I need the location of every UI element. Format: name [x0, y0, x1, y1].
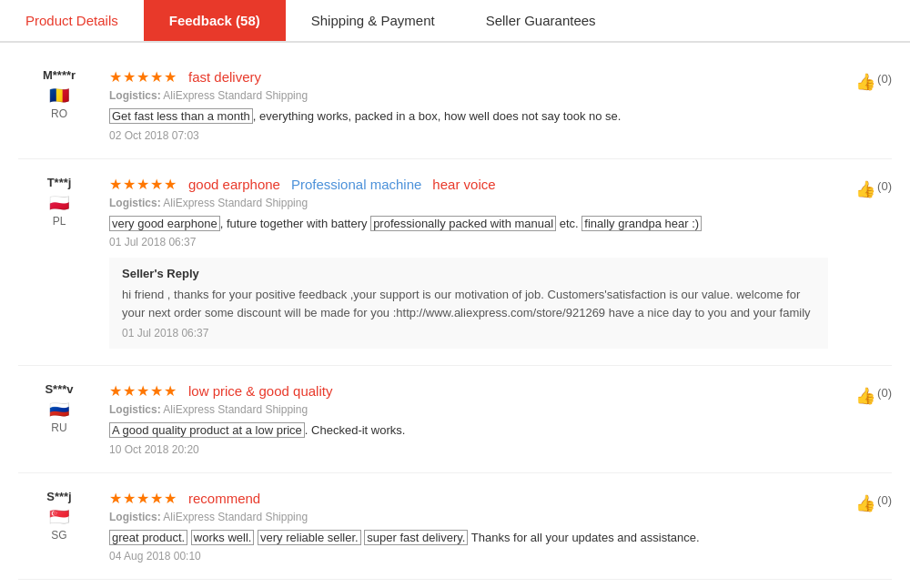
- like-count: (0): [877, 179, 892, 193]
- review-item: T***j 🇵🇱 PL ★★★★★good earphoneProfession…: [18, 159, 892, 367]
- reviewer-flag: 🇵🇱: [49, 193, 69, 213]
- star-rating: ★★★★★: [109, 490, 177, 507]
- logistics-info: Logistics: AliExpress Standard Shipping: [109, 197, 828, 209]
- seller-reply-text: hi friend , thanks for your positive fee…: [122, 286, 815, 321]
- seller-reply-date: 01 Jul 2018 06:37: [122, 327, 815, 340]
- review-content: ★★★★★fast deliveryLogistics: AliExpress …: [109, 68, 828, 142]
- reviewer-name: S***v: [18, 382, 100, 396]
- review-date: 04 Aug 2018 00:10: [109, 550, 828, 563]
- like-button[interactable]: 👍(0): [837, 68, 892, 142]
- highlighted-phrase: very reliable seller.: [258, 530, 361, 545]
- reviewer-name: M****r: [18, 68, 100, 82]
- review-tag: fast delivery: [188, 69, 261, 85]
- reviewer-flag: 🇷🇴: [49, 86, 69, 106]
- reviewer-name: T***j: [18, 176, 100, 189]
- thumbs-up-icon: 👍: [855, 386, 875, 406]
- like-count: (0): [877, 386, 892, 400]
- reviewer-country: RU: [18, 421, 100, 434]
- review-content: ★★★★★good earphoneProfessional machinehe…: [109, 176, 828, 350]
- reviews-container: M****r 🇷🇴 RO ★★★★★fast deliveryLogistics…: [0, 43, 910, 588]
- review-header: ★★★★★good earphoneProfessional machinehe…: [109, 176, 828, 193]
- highlighted-phrase: finally grandpa hear :): [581, 216, 702, 231]
- review-date: 01 Jul 2018 06:37: [109, 236, 828, 248]
- like-button[interactable]: 👍(0): [837, 490, 892, 563]
- highlighted-phrase: professionally packed with manual: [370, 216, 556, 231]
- review-header: ★★★★★low price & good quality: [109, 382, 828, 400]
- review-tag: hear voice: [432, 177, 495, 192]
- reviewer-country: PL: [18, 215, 100, 228]
- review-item: M****r 🇷🇴 RO ★★★★★fast deliveryLogistics…: [18, 52, 892, 159]
- reviewer-info: T***j 🇵🇱 PL: [18, 176, 100, 350]
- logistics-info: Logistics: AliExpress Standard Shipping: [109, 403, 828, 416]
- thumbs-up-icon: 👍: [855, 493, 875, 513]
- reviewer-flag: 🇷🇺: [49, 400, 69, 420]
- review-text: great product. works well. very reliable…: [109, 529, 828, 547]
- reviewer-country: RO: [18, 107, 100, 120]
- review-tag: good earphone: [188, 177, 280, 192]
- review-item: S***v 🇷🇺 RU ★★★★★low price & good qualit…: [18, 366, 892, 473]
- thumbs-up-icon: 👍: [855, 72, 875, 92]
- review-text: A good quality product at a low price. C…: [109, 421, 828, 440]
- highlighted-phrase: A good quality product at a low price: [109, 422, 305, 438]
- review-item: S***j 🇸🇬 SG ★★★★★recommendLogistics: Ali…: [18, 473, 892, 581]
- tabs-bar: Product DetailsFeedback (58)Shipping & P…: [0, 0, 910, 43]
- like-button[interactable]: 👍(0): [837, 382, 892, 456]
- highlighted-phrase: very good earphone: [109, 216, 220, 231]
- review-tag: low price & good quality: [188, 383, 332, 399]
- seller-reply-title: Seller's Reply: [122, 267, 815, 280]
- star-rating: ★★★★★: [109, 68, 177, 86]
- reviewer-name: S***j: [18, 490, 100, 503]
- highlighted-phrase: works well.: [191, 530, 255, 545]
- logistics-info: Logistics: AliExpress Standard Shipping: [109, 89, 828, 102]
- tab-product-details[interactable]: Product Details: [0, 0, 144, 41]
- tab-seller-guarantees[interactable]: Seller Guarantees: [460, 0, 622, 41]
- like-count: (0): [877, 493, 892, 507]
- logistics-info: Logistics: AliExpress Standard Shipping: [109, 511, 828, 523]
- star-rating: ★★★★★: [109, 382, 177, 400]
- highlighted-phrase: great product.: [109, 530, 187, 545]
- review-content: ★★★★★low price & good qualityLogistics: …: [109, 382, 828, 456]
- review-header: ★★★★★fast delivery: [109, 68, 828, 86]
- highlighted-phrase: super fast delivery.: [364, 530, 468, 545]
- reviewer-info: S***v 🇷🇺 RU: [18, 382, 100, 456]
- review-tag: Professional machine: [291, 177, 421, 192]
- thumbs-up-icon: 👍: [855, 179, 875, 199]
- review-text: very good earphone, future together with…: [109, 215, 828, 233]
- review-date: 02 Oct 2018 07:03: [109, 129, 828, 142]
- like-count: (0): [877, 72, 892, 86]
- review-tag: recommend: [188, 491, 260, 506]
- review-text: Get fast less than a month, everything w…: [109, 107, 828, 126]
- highlighted-phrase: Get fast less than a month: [109, 108, 253, 124]
- like-button[interactable]: 👍(0): [837, 176, 892, 350]
- star-rating: ★★★★★: [109, 176, 177, 193]
- review-header: ★★★★★recommend: [109, 490, 828, 507]
- reviewer-info: M****r 🇷🇴 RO: [18, 68, 100, 142]
- reviewer-info: S***j 🇸🇬 SG: [18, 490, 100, 563]
- review-date: 10 Oct 2018 20:20: [109, 443, 828, 456]
- tab-feedback[interactable]: Feedback (58): [144, 0, 286, 41]
- reviewer-flag: 🇸🇬: [49, 507, 69, 527]
- tab-shipping[interactable]: Shipping & Payment: [286, 0, 460, 41]
- reviewer-country: SG: [18, 529, 100, 542]
- review-content: ★★★★★recommendLogistics: AliExpress Stan…: [109, 490, 828, 563]
- seller-reply: Seller's Reply hi friend , thanks for yo…: [109, 258, 828, 349]
